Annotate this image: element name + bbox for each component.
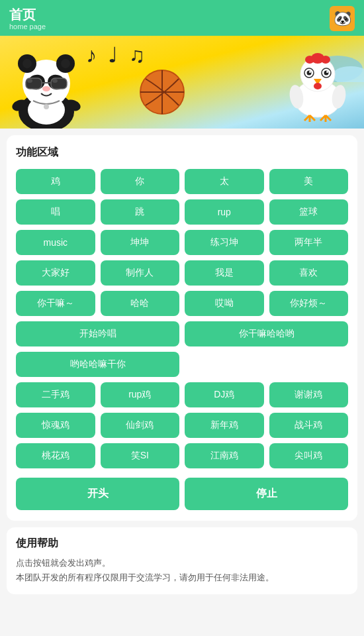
main-section: 功能区域 鸡你太美唱跳rup篮球music坤坤练习坤两年半大家好制作人我是喜欢你… bbox=[7, 135, 357, 521]
function-button[interactable]: 大家好 bbox=[16, 260, 95, 286]
function-button[interactable]: 哎呦 bbox=[185, 291, 264, 316]
chicken-illustration bbox=[285, 49, 351, 122]
function-button[interactable]: 谢谢鸡 bbox=[269, 382, 349, 407]
panda-illustration bbox=[0, 42, 93, 129]
function-button[interactable]: 练习坤 bbox=[185, 230, 264, 255]
function-button[interactable]: 美 bbox=[269, 169, 349, 194]
help-line2: 本团队开发的所有程序仅限用于交流学习，请勿用于任何非法用途。 bbox=[16, 570, 348, 585]
function-button[interactable]: 笑SI bbox=[101, 443, 180, 468]
header: 首页 home page 🐼 bbox=[0, 0, 364, 36]
function-button[interactable]: 江南鸡 bbox=[185, 443, 264, 468]
svg-point-14 bbox=[27, 79, 32, 83]
svg-point-16 bbox=[42, 86, 50, 91]
svg-point-33 bbox=[326, 71, 328, 73]
function-button[interactable]: 我是 bbox=[185, 260, 264, 286]
function-button[interactable]: 太 bbox=[185, 169, 264, 194]
function-button[interactable]: 鸡 bbox=[16, 169, 95, 194]
avatar-icon: 🐼 bbox=[334, 10, 351, 27]
stop-button[interactable]: 停止 bbox=[185, 478, 348, 510]
help-title: 使用帮助 bbox=[16, 537, 348, 551]
function-button[interactable]: 战斗鸡 bbox=[269, 413, 349, 438]
function-button[interactable]: rup鸡 bbox=[101, 382, 180, 407]
svg-point-26 bbox=[305, 56, 314, 64]
function-button[interactable]: 你好烦～ bbox=[269, 291, 349, 316]
function-button[interactable]: 唱 bbox=[16, 199, 95, 225]
function-section-title: 功能区域 bbox=[16, 146, 348, 160]
help-section: 使用帮助 点击按钮就会发出鸡声。 本团队开发的所有程序仅限用于交流学习，请勿用于… bbox=[7, 527, 357, 594]
function-button[interactable]: 喜欢 bbox=[269, 260, 349, 286]
page-title: 首页 bbox=[9, 7, 46, 23]
basketball-illustration bbox=[139, 69, 185, 115]
avatar: 🐼 bbox=[330, 6, 355, 31]
svg-point-35 bbox=[314, 83, 322, 89]
function-button[interactable]: 尖叫鸡 bbox=[269, 443, 349, 468]
function-button[interactable]: 仙剑鸡 bbox=[101, 413, 180, 438]
function-button[interactable]: 篮球 bbox=[269, 199, 349, 225]
function-button-grid: 鸡你太美唱跳rup篮球music坤坤练习坤两年半大家好制作人我是喜欢你干嘛～哈哈… bbox=[16, 169, 348, 468]
function-button[interactable]: 你干嘛哈哈哟 bbox=[185, 321, 348, 346]
function-button[interactable]: 你干嘛～ bbox=[16, 291, 95, 316]
start-button[interactable]: 开头 bbox=[16, 478, 179, 510]
function-button[interactable]: 开始吟唱 bbox=[16, 321, 179, 346]
function-button[interactable]: 哈哈 bbox=[101, 291, 180, 316]
svg-point-27 bbox=[321, 56, 330, 64]
function-button[interactable]: 桃花鸡 bbox=[16, 443, 95, 468]
svg-point-15 bbox=[52, 79, 58, 83]
header-left: 首页 home page bbox=[9, 7, 46, 30]
page-subtitle: home page bbox=[9, 23, 46, 30]
svg-point-32 bbox=[309, 71, 311, 73]
function-button[interactable]: 你 bbox=[101, 169, 180, 194]
action-row: 开头 停止 bbox=[16, 478, 348, 510]
function-button[interactable]: 哟哈哈嘛干你 bbox=[16, 352, 179, 377]
function-button[interactable]: rup bbox=[185, 199, 264, 225]
music-notes-icon: ♪ ♩ ♫ bbox=[86, 42, 148, 68]
function-button[interactable]: music bbox=[16, 230, 95, 255]
svg-point-17 bbox=[44, 104, 49, 109]
function-button[interactable]: DJ鸡 bbox=[185, 382, 264, 407]
help-line1: 点击按钮就会发出鸡声。 bbox=[16, 556, 348, 570]
function-button[interactable]: 惊魂鸡 bbox=[16, 413, 95, 438]
svg-point-7 bbox=[23, 59, 32, 68]
function-button[interactable]: 跳 bbox=[101, 199, 180, 225]
svg-point-8 bbox=[61, 59, 70, 68]
banner: ♪ ♩ ♫ bbox=[0, 36, 364, 129]
function-button[interactable]: 坤坤 bbox=[101, 230, 180, 255]
function-button[interactable]: 两年半 bbox=[269, 230, 349, 255]
function-button[interactable]: 新年鸡 bbox=[185, 413, 264, 438]
function-button[interactable]: 制作人 bbox=[101, 260, 180, 286]
function-button[interactable]: 二手鸡 bbox=[16, 382, 95, 407]
